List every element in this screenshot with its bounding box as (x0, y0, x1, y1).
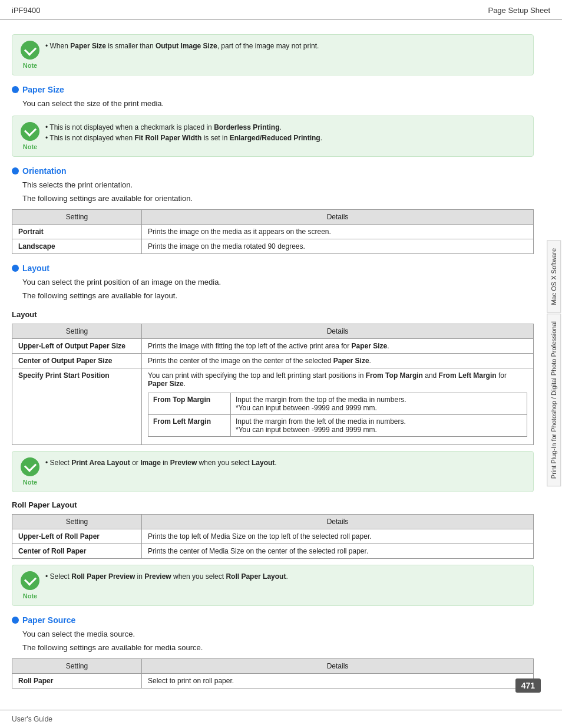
layout-note-content: • Select Print Area Layout or Image in P… (45, 457, 525, 468)
page-header: iPF9400 Page Setup Sheet (0, 0, 562, 20)
layout-col1: Setting (12, 324, 142, 338)
roll-note-text: • Select Roll Paper Preview in Preview w… (45, 571, 525, 582)
paper-size-desc: You can select the size of the print med… (22, 98, 534, 110)
table-row: Upper-Left of Output Paper Size (12, 338, 142, 353)
section-layout: Layout (12, 263, 534, 273)
sidebar-tab-macos: Mac OS X Software (547, 241, 561, 313)
main-content: Note • When Paper Size is smaller than O… (0, 20, 546, 705)
paper-source-table: Setting Details Roll PaperSelect to prin… (12, 658, 534, 689)
orientation-desc2: The following settings are available for… (22, 193, 534, 205)
table-row: Center of Output Paper Size (12, 353, 142, 368)
note-icon-1 (21, 41, 39, 60)
page-number: 471 (515, 678, 541, 693)
paper-size-note-text-1: • This is not displayed when a checkmark… (45, 122, 525, 133)
note-content-1: • When Paper Size is smaller than Output… (45, 41, 525, 51)
orientation-table: Setting Details PortraitPrints the image… (12, 209, 534, 254)
section-title-orientation: Orientation (22, 166, 67, 176)
section-paper-source: Paper Source (12, 615, 534, 625)
note-box-roll: Note • Select Roll Paper Preview in Prev… (12, 565, 534, 606)
roll-paper-title: Roll Paper Layout (12, 500, 534, 509)
note-box-paper-size: Note • This is not displayed when a chec… (12, 116, 534, 157)
paper-source-desc2: The following settings are available for… (22, 642, 534, 654)
section-paper-size: Paper Size (12, 85, 534, 94)
bullet-paper-size (12, 86, 19, 93)
bullet-layout (12, 265, 19, 272)
note-label-roll: Note (23, 592, 37, 599)
paper-size-note-content: • This is not displayed when a checkmark… (45, 122, 525, 143)
note-icon-paper-size (21, 122, 39, 141)
note-icon-roll (21, 571, 39, 590)
section-title-paper-source: Paper Source (22, 615, 75, 625)
header-section: Page Setup Sheet (488, 6, 550, 15)
ps-col2: Details (142, 658, 534, 673)
note-icon-layout (21, 457, 39, 476)
footer-text: User's Guide (12, 715, 52, 723)
paper-source-desc1: You can select the media source. (22, 628, 534, 640)
layout-desc1: You can select the print position of an … (22, 276, 534, 288)
bullet-orientation (12, 167, 19, 174)
orientation-desc1: This selects the print orientation. (22, 179, 534, 191)
roll-note-content: • Select Roll Paper Preview in Preview w… (45, 571, 525, 582)
layout-subtable-title: Layout (12, 310, 534, 319)
note-text-1: • When Paper Size is smaller than Output… (45, 41, 525, 51)
layout-note-text: • Select Print Area Layout or Image in P… (45, 457, 525, 468)
paper-size-note-text-2: • This is not displayed when Fit Roll Pa… (45, 133, 525, 143)
section-title-paper-size: Paper Size (22, 85, 64, 94)
ps-col1: Setting (12, 658, 142, 673)
section-title-layout: Layout (22, 263, 49, 273)
section-orientation: Orientation (12, 166, 534, 176)
note-label-1: Note (23, 62, 37, 69)
right-sidebar: Mac OS X Software Print Plug-In for Phot… (546, 24, 562, 704)
note-label-paper-size: Note (23, 143, 37, 150)
orientation-col2: Details (142, 209, 534, 224)
layout-desc2: The following settings are available for… (22, 290, 534, 302)
layout-col2: Details (142, 324, 534, 338)
header-model: iPF9400 (12, 6, 40, 15)
sidebar-tab-plugin: Print Plug-In for Photoshop / Digital Ph… (547, 314, 561, 486)
roll-col1: Setting (12, 514, 142, 529)
roll-paper-table: Setting Details Upper-Left of Roll Paper… (12, 514, 534, 559)
bullet-paper-source (12, 617, 19, 624)
note-label-layout: Note (23, 479, 37, 486)
note-box-layout: Note • Select Print Area Layout or Image… (12, 451, 534, 492)
page-footer: User's Guide (0, 710, 562, 728)
table-row: Specify Print Start Position (12, 368, 142, 444)
layout-table: Setting Details Upper-Left of Output Pap… (12, 324, 534, 445)
orientation-col1: Setting (12, 209, 142, 224)
note-box-1: Note • When Paper Size is smaller than O… (12, 34, 534, 75)
roll-col2: Details (142, 514, 534, 529)
